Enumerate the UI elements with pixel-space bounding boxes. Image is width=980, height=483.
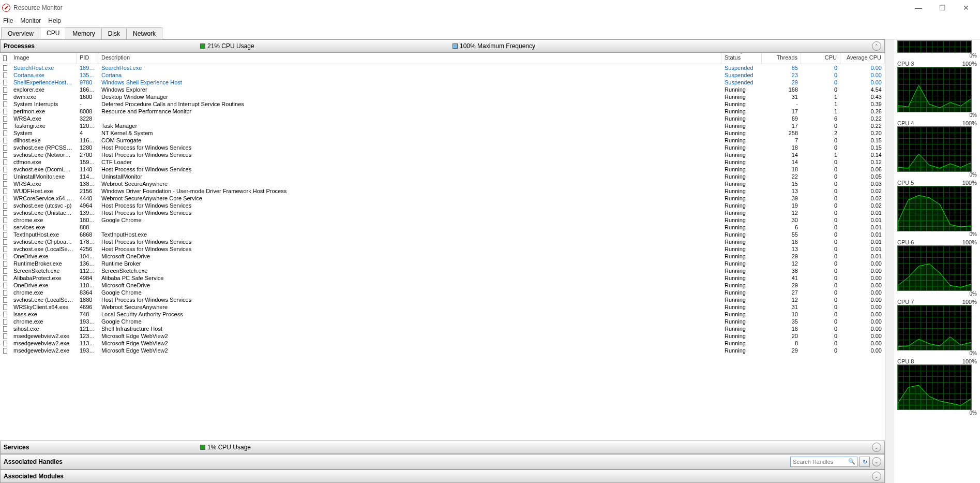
row-checkbox[interactable] [3, 348, 7, 354]
minimize-button[interactable]: — [907, 0, 930, 16]
table-row[interactable]: explorer.exe 16624 Windows Explorer Runn… [0, 86, 885, 93]
row-checkbox[interactable] [3, 159, 7, 165]
services-header[interactable]: Services 1% CPU Usage ⌄ [0, 441, 885, 454]
row-checkbox[interactable] [3, 283, 7, 288]
row-checkbox[interactable] [3, 341, 7, 346]
row-checkbox[interactable] [3, 101, 7, 107]
table-row[interactable]: UninstallMonitor.exe 11428 UninstallMoni… [0, 173, 885, 180]
table-row[interactable]: perfmon.exe 8008 Resource and Performanc… [0, 108, 885, 115]
table-row[interactable]: svchost.exe (utcsvc -p) 4964 Host Proces… [0, 202, 885, 209]
row-checkbox[interactable] [3, 268, 7, 274]
table-row[interactable]: Taskmgr.exe 12000 Task Manager Running 1… [0, 122, 885, 129]
row-checkbox[interactable] [3, 326, 7, 332]
refresh-button[interactable]: ↻ [860, 457, 870, 467]
row-checkbox[interactable] [3, 217, 7, 223]
table-row[interactable]: WRSA.exe 13860 Webroot SecureAnywhere Ru… [0, 180, 885, 187]
table-row[interactable]: Cortana.exe 13592 Cortana Suspended 23 0… [0, 71, 885, 79]
expand-modules-icon[interactable]: ⌄ [872, 472, 881, 481]
row-checkbox[interactable] [3, 246, 7, 252]
table-row[interactable]: chrome.exe 18092 Google Chrome Running 3… [0, 216, 885, 224]
table-row[interactable]: WRSA.exe 3228 Running 69 6 0.22 [0, 115, 885, 122]
row-checkbox[interactable] [3, 196, 7, 201]
table-row[interactable]: System Interrupts - Deferred Procedure C… [0, 100, 885, 108]
row-checkbox[interactable] [3, 72, 7, 78]
table-row[interactable]: ctfmon.exe 15916 CTF Loader Running 14 0… [0, 158, 885, 166]
table-row[interactable]: msedgewebview2.exe 19384 Microsoft Edge … [0, 347, 885, 354]
table-row[interactable]: ShellExperienceHost.exe 9780 Windows She… [0, 79, 885, 86]
search-icon[interactable]: 🔍 [848, 458, 855, 465]
row-checkbox[interactable] [3, 254, 7, 259]
expand-services-icon[interactable]: ⌄ [872, 443, 881, 452]
row-checkbox[interactable] [3, 225, 7, 230]
row-checkbox[interactable] [3, 181, 7, 187]
table-row[interactable]: svchost.exe (ClipboardSvcGr... 17892 Hos… [0, 238, 885, 245]
left-pane-scrollbar[interactable] [885, 39, 894, 483]
table-row[interactable]: msedgewebview2.exe 12372 Microsoft Edge … [0, 332, 885, 340]
row-checkbox[interactable] [3, 290, 7, 296]
table-row[interactable]: SearchHost.exe 18968 SearchHost.exe Susp… [0, 64, 885, 71]
row-checkbox[interactable] [3, 174, 7, 180]
row-checkbox[interactable] [3, 123, 7, 129]
row-checkbox[interactable] [3, 152, 7, 158]
row-checkbox[interactable] [3, 333, 7, 339]
row-checkbox[interactable] [3, 232, 7, 238]
table-row[interactable]: WUDFHost.exe 2156 Windows Driver Foundat… [0, 187, 885, 195]
row-checkbox[interactable] [3, 116, 7, 122]
table-row[interactable]: WRSkyClient.x64.exe 4696 Webroot SecureA… [0, 303, 885, 311]
table-row[interactable]: svchost.exe (DcomLaunch -p) 1140 Host Pr… [0, 166, 885, 173]
modules-header[interactable]: Associated Modules ⌄ [0, 470, 885, 483]
row-checkbox[interactable] [3, 203, 7, 209]
table-row[interactable]: svchost.exe (UnistackSvcGro... 13932 Hos… [0, 209, 885, 216]
table-row[interactable]: chrome.exe 8364 Google Chrome Running 27… [0, 289, 885, 296]
tab-network[interactable]: Network [126, 27, 162, 39]
table-row[interactable]: WRCoreService.x64.exe 4440 Webroot Secur… [0, 195, 885, 202]
row-checkbox[interactable] [3, 319, 7, 325]
tab-cpu[interactable]: CPU [40, 27, 66, 39]
table-row[interactable]: msedgewebview2.exe 11308 Microsoft Edge … [0, 340, 885, 347]
table-row[interactable]: OneDrive.exe 10444 Microsoft OneDrive Ru… [0, 253, 885, 260]
column-pid[interactable]: PID [77, 53, 98, 64]
row-checkbox[interactable] [3, 239, 7, 245]
column-image[interactable]: Image [10, 53, 77, 64]
row-checkbox[interactable] [3, 297, 7, 303]
row-checkbox[interactable] [3, 275, 7, 281]
row-checkbox[interactable] [3, 94, 7, 100]
column-checkbox[interactable] [0, 53, 10, 64]
table-row[interactable]: ScreenSketch.exe 11252 ScreenSketch.exe … [0, 267, 885, 274]
search-handles-input[interactable] [790, 457, 857, 467]
row-checkbox[interactable] [3, 109, 7, 114]
tab-overview[interactable]: Overview [1, 27, 40, 39]
table-row[interactable]: RuntimeBroker.exe 13664 Runtime Broker R… [0, 260, 885, 267]
tab-disk[interactable]: Disk [101, 27, 127, 39]
table-row[interactable]: dwm.exe 1600 Desktop Window Manager Runn… [0, 93, 885, 100]
row-checkbox[interactable] [3, 65, 7, 71]
column-avg-cpu[interactable]: Average CPU [840, 53, 885, 64]
row-checkbox[interactable] [3, 80, 7, 85]
row-checkbox[interactable] [3, 210, 7, 216]
close-button[interactable]: ✕ [954, 0, 978, 16]
column-cpu[interactable]: CPU [801, 53, 840, 64]
table-row[interactable]: svchost.exe (NetworkService... 2700 Host… [0, 151, 885, 158]
row-checkbox[interactable] [3, 312, 7, 317]
row-checkbox[interactable] [3, 87, 7, 93]
table-row[interactable]: svchost.exe (LocalServiceNo... 4256 Host… [0, 245, 885, 253]
table-row[interactable]: AlibabaProtect.exe 4984 Alibaba PC Safe … [0, 274, 885, 282]
row-checkbox[interactable] [3, 138, 7, 143]
menu-file[interactable]: File [3, 17, 13, 24]
collapse-processes-icon[interactable]: ⌃ [872, 41, 881, 51]
row-checkbox[interactable] [3, 167, 7, 172]
processes-header[interactable]: Processes 21% CPU Usage 100% Maximum Fre… [0, 39, 885, 53]
row-checkbox[interactable] [3, 130, 7, 136]
tab-memory[interactable]: Memory [66, 27, 101, 39]
maximize-button[interactable]: ☐ [930, 0, 954, 16]
table-row[interactable]: dllhost.exe 11624 COM Surrogate Running … [0, 137, 885, 144]
table-row[interactable]: OneDrive.exe 11000 Microsoft OneDrive Ru… [0, 282, 885, 289]
column-description[interactable]: Description [98, 53, 721, 64]
table-row[interactable]: svchost.exe (RPCSS -p) 1280 Host Process… [0, 144, 885, 151]
menu-help[interactable]: Help [48, 17, 61, 24]
table-row[interactable]: chrome.exe 19320 Google Chrome Running 3… [0, 318, 885, 325]
menu-monitor[interactable]: Monitor [20, 17, 41, 24]
row-checkbox[interactable] [3, 304, 7, 310]
expand-handles-icon[interactable]: ⌄ [872, 457, 881, 466]
column-status[interactable]: ⌃Status [721, 53, 762, 64]
